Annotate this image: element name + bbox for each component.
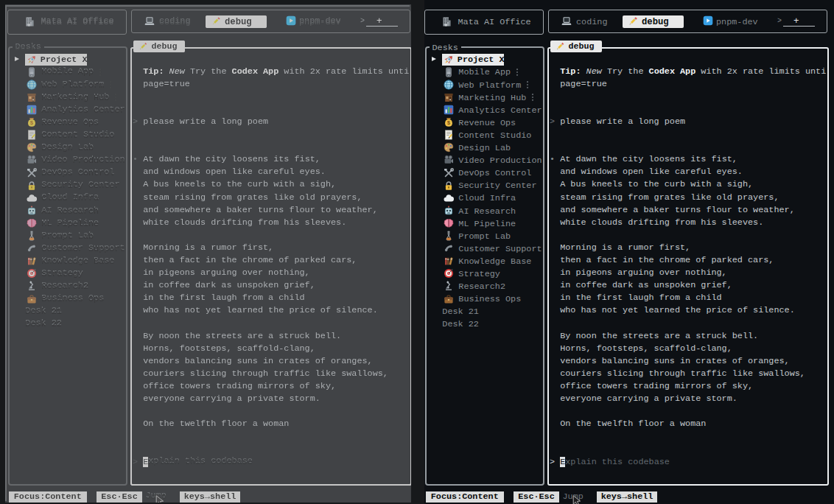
svg-text:$: $ bbox=[30, 120, 34, 126]
svg-text:$: $ bbox=[447, 120, 451, 126]
